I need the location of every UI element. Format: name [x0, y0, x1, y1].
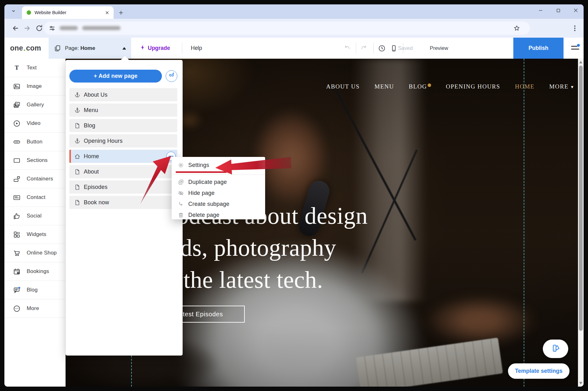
blurred-url-segment: [82, 26, 120, 30]
link-plus-icon: [168, 72, 175, 80]
reload-button[interactable]: [35, 24, 43, 32]
page-selector-dropdown[interactable]: Page: Home: [49, 38, 131, 59]
help-button[interactable]: Help: [191, 38, 202, 59]
minimize-button[interactable]: [537, 7, 544, 14]
scrollbar-thumb[interactable]: [579, 66, 583, 331]
anchor-icon: [74, 107, 81, 114]
sidebar-item-social[interactable]: Social: [4, 207, 65, 225]
back-button[interactable]: [11, 24, 19, 32]
sidebar-item-blog[interactable]: Blog: [4, 281, 65, 299]
history-icon[interactable]: [378, 44, 386, 52]
scroll-down-arrow[interactable]: [579, 382, 582, 384]
menu-item-delete-page[interactable]: Delete page: [172, 210, 265, 221]
sidebar-item-button[interactable]: Button: [4, 133, 65, 151]
tab-search-button[interactable]: [9, 7, 18, 16]
sidebar-item-online-shop[interactable]: Online Shop: [4, 244, 65, 262]
pages-list: About UsMenuBlogOpening HoursHomeAboutEp…: [69, 88, 177, 211]
menu-item-settings[interactable]: Settings: [172, 160, 265, 171]
maximize-button[interactable]: [555, 7, 562, 14]
nav-link-about-us[interactable]: ABOUT US: [326, 83, 360, 90]
sidebar-item-bookings[interactable]: Bookings: [4, 262, 65, 281]
toolbar-divider: [356, 43, 356, 54]
gallery-icon: [13, 101, 21, 109]
sidebar-item-image[interactable]: Image: [4, 77, 65, 96]
sidebar-item-containers[interactable]: Containers: [4, 170, 65, 188]
gear-icon: [178, 162, 184, 169]
undo-icon[interactable]: [343, 44, 351, 52]
add-link-button[interactable]: [166, 70, 177, 82]
page-row-opening-hours[interactable]: Opening Hours: [69, 134, 177, 147]
save-status: Saved: [396, 38, 415, 59]
nav-link-more[interactable]: MORE▾: [549, 83, 574, 90]
color-swatch-icon: [551, 344, 560, 354]
add-new-page-button[interactable]: + Add new page: [69, 70, 162, 83]
new-tab-button[interactable]: [117, 8, 125, 17]
page-row-episodes[interactable]: Episodes: [69, 180, 177, 194]
redo-icon[interactable]: [360, 44, 368, 52]
blog-icon: [13, 286, 21, 294]
menu-item-create-subpage[interactable]: Create subpage: [172, 199, 265, 210]
nav-link-opening-hours[interactable]: OPENING HOURS: [446, 83, 500, 90]
more-icon: [13, 305, 21, 313]
sidebar-item-gallery[interactable]: Gallery: [4, 96, 65, 114]
subpage-icon: [178, 201, 184, 207]
onecom-logo: one.com: [10, 38, 41, 59]
chevron-down-icon: ▾: [571, 84, 574, 90]
sidebar-item-widgets[interactable]: Widgets: [4, 225, 65, 244]
upgrade-button[interactable]: Upgrade: [140, 38, 170, 59]
site-settings-icon[interactable]: [48, 24, 56, 32]
forward-button[interactable]: [23, 24, 31, 32]
blurred-url-segment: [60, 26, 78, 30]
text-icon: T: [13, 64, 21, 72]
browser-menu-icon[interactable]: [571, 24, 579, 32]
hide-icon: [178, 190, 184, 196]
address-bar[interactable]: [44, 22, 530, 35]
sidebar-item-sections[interactable]: Sections: [4, 151, 65, 170]
page-row-about[interactable]: About: [69, 165, 177, 178]
page-icon: [74, 169, 81, 175]
pages-panel: + Add new page About UsMenuBlogOpening H…: [66, 60, 183, 356]
delete-icon: [178, 212, 184, 218]
page-icon: [74, 184, 81, 190]
page-selector-prefix: Page:: [65, 45, 79, 51]
site-favicon: [27, 10, 31, 15]
sections-icon: [13, 157, 21, 164]
publish-button[interactable]: Publish: [513, 38, 564, 59]
nav-link-home[interactable]: HOME: [515, 83, 534, 90]
menu-item-duplicate-page[interactable]: Duplicate page: [172, 177, 265, 188]
sidebar-item-video[interactable]: Video: [4, 114, 65, 133]
bookmark-star-icon[interactable]: [513, 24, 521, 32]
bookings-icon: [13, 268, 21, 276]
sidebar-item-more[interactable]: More: [4, 299, 65, 318]
sidebar-item-text[interactable]: TText: [4, 59, 65, 77]
browser-tab[interactable]: Website Builder: [22, 6, 114, 19]
preview-button[interactable]: Preview: [428, 38, 450, 59]
page-row-blog[interactable]: Blog: [69, 119, 177, 132]
notification-dot: [428, 83, 431, 87]
toolbar-divider: [373, 43, 374, 54]
menu-item-hide-page[interactable]: Hide page: [172, 188, 265, 199]
sidebar-item-contact[interactable]: Contact: [4, 188, 65, 207]
page-row-book-now[interactable]: Book now: [69, 196, 177, 209]
template-settings-button[interactable]: Template settings: [508, 363, 569, 379]
nav-link-blog[interactable]: BLOG: [409, 83, 431, 90]
page-scrollbar[interactable]: [578, 59, 584, 387]
duplicate-icon: [178, 179, 184, 185]
style-palette-button[interactable]: [543, 340, 568, 358]
window-controls: [537, 7, 579, 14]
page-row-about-us[interactable]: About Us: [69, 88, 177, 101]
menu-divider: [172, 174, 265, 175]
active-page-indicator: [69, 150, 71, 163]
page-row-menu[interactable]: Menu: [69, 104, 177, 117]
page-row-home[interactable]: Home: [69, 150, 177, 163]
page-icon: [74, 199, 81, 206]
nav-link-menu[interactable]: MENU: [374, 83, 394, 90]
chevron-down-icon: [11, 8, 16, 15]
online-shop-icon: [13, 249, 21, 257]
scroll-up-arrow[interactable]: [579, 61, 582, 63]
layout-guide-line: [131, 356, 132, 387]
tab-close-icon[interactable]: [104, 10, 110, 15]
toolbar-menu-icon[interactable]: [571, 45, 579, 51]
close-window-button[interactable]: [572, 7, 579, 14]
image-icon: [13, 83, 21, 90]
